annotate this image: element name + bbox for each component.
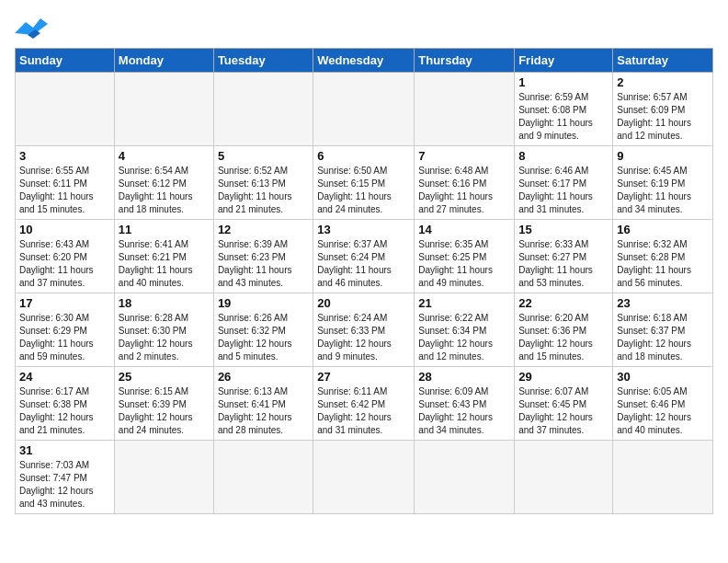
calendar-week-row: 17Sunrise: 6:30 AMSunset: 6:29 PMDayligh…	[16, 293, 713, 367]
calendar-cell: 9Sunrise: 6:45 AMSunset: 6:19 PMDaylight…	[613, 146, 713, 220]
day-number: 29	[518, 370, 609, 384]
day-number: 25	[119, 370, 210, 384]
day-number: 9	[617, 149, 709, 163]
day-number: 3	[19, 149, 110, 163]
day-number: 8	[518, 149, 609, 163]
day-number: 15	[518, 223, 609, 236]
day-info: Sunrise: 6:20 AMSunset: 6:36 PMDaylight:…	[518, 312, 609, 363]
day-info: Sunrise: 6:30 AMSunset: 6:29 PMDaylight:…	[19, 312, 110, 363]
calendar-cell	[213, 73, 313, 146]
calendar-cell: 10Sunrise: 6:43 AMSunset: 6:20 PMDayligh…	[16, 220, 115, 293]
col-thursday: Thursday	[415, 49, 515, 73]
calendar-cell: 31Sunrise: 7:03 AMSunset: 7:47 PMDayligh…	[16, 441, 115, 514]
day-info: Sunrise: 6:33 AMSunset: 6:27 PMDaylight:…	[518, 238, 609, 290]
calendar-cell	[313, 441, 415, 514]
day-info: Sunrise: 6:35 AMSunset: 6:25 PMDaylight:…	[418, 238, 510, 290]
calendar-cell: 27Sunrise: 6:11 AMSunset: 6:42 PMDayligh…	[313, 367, 415, 441]
day-number: 5	[218, 149, 309, 163]
day-info: Sunrise: 6:41 AMSunset: 6:21 PMDaylight:…	[119, 238, 210, 290]
day-info: Sunrise: 6:05 AMSunset: 6:46 PMDaylight:…	[617, 385, 709, 437]
calendar-cell: 23Sunrise: 6:18 AMSunset: 6:37 PMDayligh…	[613, 293, 713, 367]
day-number: 2	[617, 75, 709, 89]
calendar-cell	[515, 441, 613, 514]
day-number: 14	[418, 223, 510, 236]
calendar-cell	[613, 441, 713, 514]
calendar-body: 1Sunrise: 6:59 AMSunset: 6:08 PMDaylight…	[16, 73, 713, 514]
day-number: 16	[617, 223, 709, 236]
calendar-week-row: 1Sunrise: 6:59 AMSunset: 6:08 PMDaylight…	[16, 73, 713, 146]
calendar-table: Sunday Monday Tuesday Wednesday Thursday…	[15, 48, 713, 514]
calendar-cell: 21Sunrise: 6:22 AMSunset: 6:34 PMDayligh…	[415, 293, 515, 367]
day-number: 20	[317, 296, 410, 310]
day-number: 17	[19, 296, 110, 310]
calendar-cell: 30Sunrise: 6:05 AMSunset: 6:46 PMDayligh…	[613, 367, 713, 441]
calendar-cell: 29Sunrise: 6:07 AMSunset: 6:45 PMDayligh…	[515, 367, 613, 441]
col-saturday: Saturday	[613, 49, 713, 73]
day-number: 1	[518, 75, 609, 89]
day-info: Sunrise: 6:09 AMSunset: 6:43 PMDaylight:…	[418, 385, 510, 437]
col-friday: Friday	[515, 49, 613, 73]
day-info: Sunrise: 6:17 AMSunset: 6:38 PMDaylight:…	[19, 385, 110, 437]
day-number: 26	[218, 370, 309, 384]
calendar-cell: 25Sunrise: 6:15 AMSunset: 6:39 PMDayligh…	[114, 367, 213, 441]
day-info: Sunrise: 6:55 AMSunset: 6:11 PMDaylight:…	[19, 165, 110, 216]
day-info: Sunrise: 7:03 AMSunset: 7:47 PMDaylight:…	[19, 459, 110, 511]
calendar-cell: 8Sunrise: 6:46 AMSunset: 6:17 PMDaylight…	[515, 146, 613, 220]
calendar-cell: 15Sunrise: 6:33 AMSunset: 6:27 PMDayligh…	[515, 220, 613, 293]
calendar-week-row: 31Sunrise: 7:03 AMSunset: 7:47 PMDayligh…	[16, 441, 713, 514]
day-info: Sunrise: 6:24 AMSunset: 6:33 PMDaylight:…	[317, 312, 410, 363]
day-number: 31	[19, 443, 110, 457]
calendar-cell: 6Sunrise: 6:50 AMSunset: 6:15 PMDaylight…	[313, 146, 415, 220]
calendar-cell: 2Sunrise: 6:57 AMSunset: 6:09 PMDaylight…	[613, 73, 713, 146]
day-number: 6	[317, 149, 410, 163]
day-number: 11	[119, 223, 210, 236]
calendar-cell: 22Sunrise: 6:20 AMSunset: 6:36 PMDayligh…	[515, 293, 613, 367]
calendar-week-row: 24Sunrise: 6:17 AMSunset: 6:38 PMDayligh…	[16, 367, 713, 441]
day-number: 7	[418, 149, 510, 163]
day-info: Sunrise: 6:07 AMSunset: 6:45 PMDaylight:…	[518, 385, 609, 437]
day-info: Sunrise: 6:32 AMSunset: 6:28 PMDaylight:…	[617, 238, 709, 290]
calendar-cell: 24Sunrise: 6:17 AMSunset: 6:38 PMDayligh…	[16, 367, 115, 441]
calendar-cell	[415, 441, 515, 514]
day-info: Sunrise: 6:22 AMSunset: 6:34 PMDaylight:…	[418, 312, 510, 363]
col-monday: Monday	[114, 49, 213, 73]
day-number: 30	[617, 370, 709, 384]
day-number: 24	[19, 370, 110, 384]
weekday-header-row: Sunday Monday Tuesday Wednesday Thursday…	[16, 49, 713, 73]
day-number: 4	[119, 149, 210, 163]
day-info: Sunrise: 6:57 AMSunset: 6:09 PMDaylight:…	[617, 91, 709, 143]
calendar-cell: 19Sunrise: 6:26 AMSunset: 6:32 PMDayligh…	[213, 293, 313, 367]
logo	[15, 15, 51, 40]
day-number: 21	[418, 296, 510, 310]
day-info: Sunrise: 6:59 AMSunset: 6:08 PMDaylight:…	[518, 91, 609, 143]
day-info: Sunrise: 6:28 AMSunset: 6:30 PMDaylight:…	[119, 312, 210, 363]
logo-icon	[15, 15, 48, 40]
day-number: 27	[317, 370, 410, 384]
day-number: 23	[617, 296, 709, 310]
calendar-week-row: 3Sunrise: 6:55 AMSunset: 6:11 PMDaylight…	[16, 146, 713, 220]
day-info: Sunrise: 6:46 AMSunset: 6:17 PMDaylight:…	[518, 165, 609, 216]
calendar-cell: 12Sunrise: 6:39 AMSunset: 6:23 PMDayligh…	[213, 220, 313, 293]
calendar-cell	[114, 73, 213, 146]
calendar-cell	[415, 73, 515, 146]
day-info: Sunrise: 6:52 AMSunset: 6:13 PMDaylight:…	[218, 165, 309, 216]
day-number: 19	[218, 296, 309, 310]
day-number: 13	[317, 223, 410, 236]
calendar-cell: 20Sunrise: 6:24 AMSunset: 6:33 PMDayligh…	[313, 293, 415, 367]
day-info: Sunrise: 6:37 AMSunset: 6:24 PMDaylight:…	[317, 238, 410, 290]
col-tuesday: Tuesday	[213, 49, 313, 73]
day-info: Sunrise: 6:18 AMSunset: 6:37 PMDaylight:…	[617, 312, 709, 363]
calendar-week-row: 10Sunrise: 6:43 AMSunset: 6:20 PMDayligh…	[16, 220, 713, 293]
calendar-cell: 17Sunrise: 6:30 AMSunset: 6:29 PMDayligh…	[16, 293, 115, 367]
calendar-cell: 13Sunrise: 6:37 AMSunset: 6:24 PMDayligh…	[313, 220, 415, 293]
calendar-cell: 18Sunrise: 6:28 AMSunset: 6:30 PMDayligh…	[114, 293, 213, 367]
day-number: 12	[218, 223, 309, 236]
calendar-cell: 4Sunrise: 6:54 AMSunset: 6:12 PMDaylight…	[114, 146, 213, 220]
day-info: Sunrise: 6:11 AMSunset: 6:42 PMDaylight:…	[317, 385, 410, 437]
day-info: Sunrise: 6:50 AMSunset: 6:15 PMDaylight:…	[317, 165, 410, 216]
day-info: Sunrise: 6:48 AMSunset: 6:16 PMDaylight:…	[418, 165, 510, 216]
calendar-cell	[313, 73, 415, 146]
day-info: Sunrise: 6:45 AMSunset: 6:19 PMDaylight:…	[617, 165, 709, 216]
calendar-cell: 5Sunrise: 6:52 AMSunset: 6:13 PMDaylight…	[213, 146, 313, 220]
day-info: Sunrise: 6:43 AMSunset: 6:20 PMDaylight:…	[19, 238, 110, 290]
